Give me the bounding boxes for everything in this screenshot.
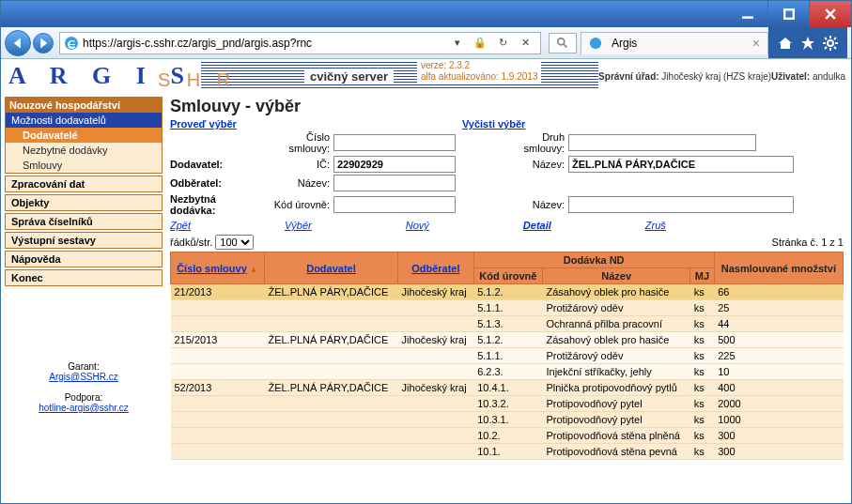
maximize-button[interactable]: [768, 1, 810, 27]
back-button[interactable]: [5, 30, 31, 56]
col-odberatel[interactable]: Odběratel: [398, 252, 474, 284]
svg-point-5: [828, 40, 833, 46]
cell-kod: 5.1.1.: [473, 348, 542, 364]
server-label: cvičný server: [304, 69, 394, 84]
vycisti-vyber-link[interactable]: Vyčisti výběr: [462, 118, 525, 130]
col-cislo[interactable]: Číslo smlouvy ▲: [171, 252, 265, 284]
lock-icon: 🔒: [471, 34, 489, 53]
close-button[interactable]: [810, 1, 851, 27]
svg-rect-1: [784, 9, 794, 19]
cell-kod: 5.1.3.: [473, 316, 542, 332]
input-cislo[interactable]: [333, 134, 456, 151]
input-druh[interactable]: [568, 134, 756, 151]
rows-per-page-select[interactable]: 100: [215, 235, 254, 250]
browser-tab[interactable]: Argis ×: [581, 32, 768, 54]
close-tab-icon[interactable]: ×: [752, 36, 760, 51]
menu-title-nouzove[interactable]: Nouzové hospodářství: [6, 98, 162, 113]
input-nd-nazev[interactable]: [568, 196, 794, 213]
col-kod: Kód úrovně: [473, 268, 542, 284]
cell-odb: [398, 348, 474, 364]
tab-title: Argis: [612, 37, 637, 50]
table-row[interactable]: 215/2013ŽEL.PLNÁ PÁRY,DAČICEJihočeský kr…: [171, 332, 844, 348]
sidebar-item-smlouvy[interactable]: Smlouvy: [6, 158, 162, 173]
label-kod: Kód úrovně:: [264, 199, 333, 210]
cell-dod: ŽEL.PLNÁ PÁRY,DAČICE: [264, 380, 397, 396]
input-ic[interactable]: [333, 156, 456, 173]
input-odb-nazev[interactable]: [333, 175, 456, 191]
cell-kod: 5.1.2.: [473, 332, 542, 348]
cell-naz: Zásahový oblek pro hasiče: [542, 332, 689, 348]
table-row[interactable]: 21/2013ŽEL.PLNÁ PÁRY,DAČICEJihočeský kra…: [171, 284, 844, 300]
cell-mj: ks: [690, 332, 714, 348]
table-row[interactable]: 10.2.Protipovodňová stěna plněnáks300: [171, 428, 844, 444]
sidebar-item-konec[interactable]: Konec: [5, 269, 163, 286]
table-row[interactable]: 10.1.Protipovodňová stěna pevnáks300: [171, 444, 844, 460]
input-kod[interactable]: [333, 196, 456, 213]
cell-odb: Jihočeský kraj: [398, 284, 474, 300]
action-novy[interactable]: Nový: [406, 220, 429, 231]
cell-mnoz: 1000: [714, 412, 843, 428]
sidebar-item-napoveda[interactable]: Nápověda: [5, 251, 163, 267]
cell-odb: [398, 396, 474, 412]
table-row[interactable]: 6.2.3.Injekční stříkačky, jehlyks10: [171, 364, 844, 380]
table-row[interactable]: 5.1.1.Protižárový oděvks225: [171, 348, 844, 364]
cell-cislo: [171, 348, 265, 364]
sidebar-item-nezbytne[interactable]: Nezbytné dodávky: [6, 143, 162, 158]
cell-kod: 10.1.: [473, 444, 542, 460]
minimize-button[interactable]: [727, 1, 768, 27]
stop-icon[interactable]: ✕: [516, 34, 534, 53]
results-table: Číslo smlouvy ▲ Dodavatel Odběratel Dodá…: [170, 252, 844, 460]
table-row[interactable]: 5.1.3.Ochranná přilba pracovníks44: [171, 316, 844, 332]
menu-moznosti[interactable]: Možnosti dodavatelů: [6, 113, 162, 128]
action-detail[interactable]: Detail: [523, 220, 551, 231]
podpora-link[interactable]: hotline-argis@sshr.cz: [39, 403, 129, 413]
label-nazev-nd: Název:: [512, 199, 568, 210]
sort-asc-icon: ▲: [250, 265, 258, 274]
address-bar[interactable]: ▾ 🔒 ↻ ✕: [59, 32, 541, 54]
cell-odb: [398, 412, 474, 428]
cell-mj: ks: [690, 300, 714, 316]
search-box[interactable]: [549, 33, 577, 53]
table-row[interactable]: 10.3.1.Protipovodňový pytelks1000: [171, 412, 844, 428]
cell-kod: 6.2.3.: [473, 364, 542, 380]
input-dod-nazev[interactable]: [568, 156, 794, 173]
cell-naz: Plnička protipovodňový pytlů: [542, 380, 689, 396]
action-vyber[interactable]: Výběr: [285, 220, 312, 231]
app-banner: A R G I S S H R cvičný server verze: 2.3…: [1, 59, 851, 93]
cell-mj: ks: [690, 396, 714, 412]
refresh-icon[interactable]: ↻: [493, 34, 512, 53]
table-row[interactable]: 52/2013ŽEL.PLNÁ PÁRY,DAČICEJihočeský kra…: [171, 380, 844, 396]
garant-link[interactable]: Argis@SSHR.cz: [49, 372, 118, 382]
cell-cislo: [171, 428, 265, 444]
table-row[interactable]: 10.3.2.Protipovodňový pytelks2000: [171, 396, 844, 412]
forward-button[interactable]: [33, 33, 54, 53]
cell-odb: [398, 428, 474, 444]
menu-nouzove: Nouzové hospodářství Možnosti dodavatelů…: [5, 97, 163, 174]
action-zpet[interactable]: Zpět: [170, 220, 191, 231]
dropdown-icon[interactable]: ▾: [448, 34, 467, 53]
url-input[interactable]: [83, 37, 446, 50]
sidebar-item-objekty[interactable]: Objekty: [5, 194, 163, 211]
table-row[interactable]: 5.1.1.Protižárový oděvks25: [171, 300, 844, 316]
tools-icon[interactable]: [823, 36, 838, 51]
favorites-icon[interactable]: [800, 36, 815, 51]
col-dodavatel[interactable]: Dodavatel: [264, 252, 397, 284]
cell-mnoz: 44: [714, 316, 843, 332]
label-nazev-dod: Název:: [512, 159, 568, 170]
ie-icon: [589, 37, 602, 50]
cell-naz: Protižárový oděv: [542, 300, 689, 316]
home-icon[interactable]: [778, 36, 793, 51]
cell-naz: Protipovodňový pytel: [542, 412, 689, 428]
cell-naz: Protipovodňová stěna plněná: [542, 428, 689, 444]
cell-mnoz: 2000: [714, 396, 843, 412]
col-dodavka-nd: Dodávka ND: [473, 252, 714, 268]
proved-vyber-link[interactable]: Proveď výběr: [170, 118, 237, 130]
sidebar-item-vystup[interactable]: Výstupní sestavy: [5, 232, 163, 249]
action-zrus[interactable]: Zruš: [645, 220, 666, 231]
svg-point-4: [590, 38, 601, 49]
sidebar-item-zpracovani[interactable]: Zpracování dat: [5, 176, 163, 192]
sidebar-item-dodavatele[interactable]: Dodavatelé: [6, 128, 162, 143]
sidebar-item-sprava[interactable]: Správa číselníků: [5, 213, 163, 230]
cell-mj: ks: [690, 348, 714, 364]
cell-kod: 10.4.1.: [473, 380, 542, 396]
